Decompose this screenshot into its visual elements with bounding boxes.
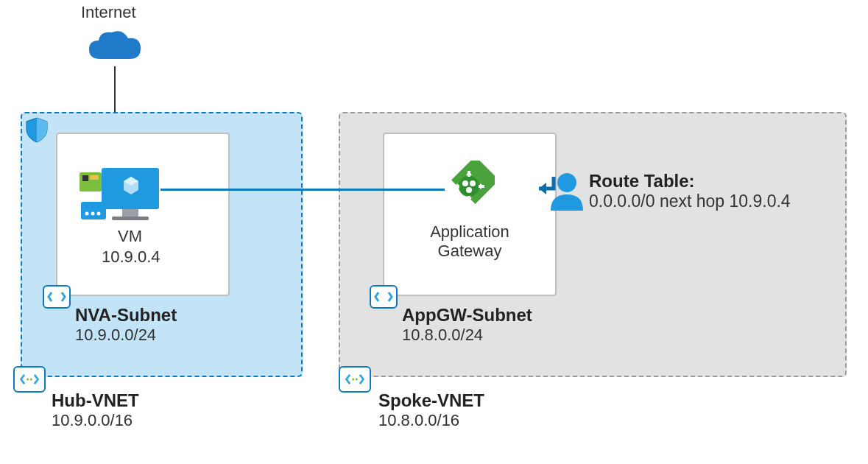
svg-point-9 [97,212,101,216]
vnet-badge-icon [339,366,371,393]
svg-point-16 [466,187,472,193]
svg-rect-2 [112,217,149,220]
shield-icon [25,116,49,146]
vm-ip: 10.9.0.4 [102,247,160,266]
route-table-entry: 0.0.0.0/0 next hop 10.9.0.4 [589,191,791,211]
cloud-icon [85,29,144,69]
hub-vnet-name: Hub-VNET [52,390,139,411]
svg-point-19 [557,173,576,192]
svg-point-15 [470,180,476,186]
appgw-label-1: Application [424,222,515,242]
svg-point-7 [85,212,89,216]
subnet-badge-icon [43,285,71,309]
svg-rect-1 [122,209,138,217]
svg-point-13 [459,176,479,197]
vm-icon [80,161,160,230]
spoke-vnet-name: Spoke-VNET [378,390,484,411]
nva-subnet-cidr: 10.9.0.0/24 [75,326,177,345]
svg-rect-3 [80,172,102,191]
svg-point-14 [462,180,468,186]
svg-rect-4 [82,175,88,181]
appgw-subnet-cidr: 10.8.0.0/24 [402,326,532,345]
svg-point-18 [356,378,358,380]
hub-vnet-cidr: 10.9.0.0/16 [52,411,139,430]
svg-rect-5 [90,175,99,180]
svg-point-8 [91,212,95,216]
subnet-badge-icon [370,285,398,309]
application-gateway-icon [443,161,495,215]
svg-point-11 [30,378,32,380]
svg-point-17 [352,378,354,380]
appgw-label-2: Gateway [424,242,515,261]
svg-point-10 [27,378,29,380]
vm-label: VM [118,227,142,245]
internet-label: Internet [81,3,136,21]
line-vm-appgw [160,189,445,191]
appgw-subnet-name: AppGW-Subnet [402,305,532,326]
vnet-badge-icon [13,366,46,393]
user-icon [548,171,586,215]
spoke-vnet-cidr: 10.8.0.0/16 [378,411,484,430]
svg-rect-6 [81,202,106,219]
route-table-title: Route Table: [589,171,791,191]
nva-subnet-name: NVA-Subnet [75,305,177,326]
